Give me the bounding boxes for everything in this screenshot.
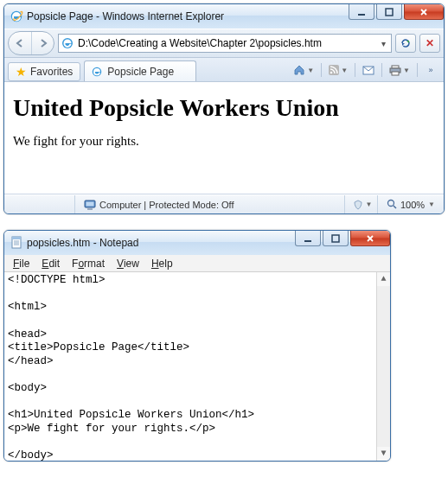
zoom-value: 100% <box>400 200 425 210</box>
read-mail-button[interactable] <box>359 61 378 79</box>
address-text: D:\Code\Creating a Website\Chapter 2\pop… <box>78 37 374 49</box>
forward-button[interactable] <box>31 32 54 54</box>
ie-toolbar: ▼ ▼ ▼ » <box>290 61 440 81</box>
print-button[interactable]: ▼ <box>386 61 413 79</box>
star-icon: ★ <box>16 65 27 79</box>
address-dropdown-icon[interactable]: ▾ <box>377 39 389 48</box>
notepad-menubar: File Edit Format View Help <box>4 255 390 272</box>
notepad-window: popsicles.htm - Notepad File Edit Format… <box>3 230 391 462</box>
home-button[interactable]: ▼ <box>290 61 317 79</box>
menu-file[interactable]: File <box>8 257 35 271</box>
chevron-right-icon: » <box>428 66 432 74</box>
ie-status-bar: Computer | Protected Mode: Off ▼ 100% ▼ <box>4 194 444 213</box>
scroll-down-icon[interactable]: ▼ <box>377 447 390 461</box>
page-paragraph: We fight for your rights. <box>13 134 435 149</box>
svg-rect-17 <box>12 237 21 239</box>
nav-back-forward-group <box>8 31 54 55</box>
notepad-window-title: popsicles.htm - Notepad <box>27 237 293 249</box>
minimize-button[interactable] <box>349 4 374 20</box>
status-left-pane <box>8 195 75 213</box>
close-button[interactable] <box>404 4 444 20</box>
tab-popsicle-page[interactable]: Popsicle Page <box>84 60 196 81</box>
page-icon <box>61 36 74 50</box>
feeds-button[interactable]: ▼ <box>325 61 351 79</box>
svg-point-14 <box>387 200 394 206</box>
refresh-button[interactable] <box>395 34 416 53</box>
ie-window-controls <box>347 4 444 29</box>
chevron-down-icon: ▼ <box>428 201 435 208</box>
page-heading: United Popsicle Workers Union <box>13 94 435 122</box>
svg-point-6 <box>330 72 333 74</box>
status-zone-text: Computer | Protected Mode: Off <box>99 200 234 210</box>
ie-nav-bar: D:\Code\Creating a Website\Chapter 2\pop… <box>4 29 444 58</box>
chevron-down-icon: ▼ <box>403 67 410 74</box>
svg-rect-22 <box>332 235 339 242</box>
back-button[interactable] <box>9 32 31 54</box>
separator <box>355 63 355 77</box>
ie-window-title: Popsicle Page - Windows Internet Explore… <box>27 10 347 22</box>
chevron-down-icon: ▼ <box>341 67 348 74</box>
svg-rect-13 <box>87 208 93 210</box>
ie-window: Popsicle Page - Windows Internet Explore… <box>3 3 445 214</box>
chevron-down-icon: ▼ <box>365 201 372 208</box>
svg-rect-21 <box>304 240 311 242</box>
ie-page-content: United Popsicle Workers Union We fight f… <box>4 82 444 194</box>
stop-button[interactable]: ✕ <box>419 34 440 53</box>
svg-rect-1 <box>358 14 365 16</box>
toolbar-more-button[interactable]: » <box>421 61 440 79</box>
notepad-text-area[interactable]: <!DOCTYPE html> <html> <head> <title>Pop… <box>4 272 390 461</box>
separator <box>417 63 418 77</box>
favorites-label: Favorites <box>30 66 73 78</box>
status-zoom[interactable]: 100% ▼ <box>381 199 440 211</box>
address-bar[interactable]: D:\Code\Creating a Website\Chapter 2\pop… <box>58 34 392 53</box>
notepad-titlebar[interactable]: popsicles.htm - Notepad <box>4 231 390 255</box>
notepad-content: <!DOCTYPE html> <html> <head> <title>Pop… <box>8 274 254 461</box>
ie-titlebar[interactable]: Popsicle Page - Windows Internet Explore… <box>4 4 444 29</box>
tab-icon <box>90 65 104 79</box>
status-security-dropdown[interactable]: ▼ <box>349 195 378 213</box>
notepad-window-controls <box>293 231 390 255</box>
maximize-button[interactable] <box>376 4 402 20</box>
scroll-up-icon[interactable]: ▲ <box>377 272 390 286</box>
favorites-button[interactable]: ★ Favorites <box>8 62 80 81</box>
menu-format[interactable]: Format <box>67 257 110 271</box>
chevron-down-icon: ▼ <box>307 67 314 74</box>
menu-edit[interactable]: Edit <box>36 257 65 271</box>
svg-rect-10 <box>392 72 399 75</box>
zoom-icon <box>387 199 397 211</box>
close-button[interactable] <box>350 231 390 246</box>
separator <box>381 63 382 77</box>
status-security-zone[interactable]: Computer | Protected Mode: Off <box>79 195 345 213</box>
separator <box>321 63 322 77</box>
svg-rect-12 <box>86 201 94 206</box>
minimize-button[interactable] <box>295 231 321 246</box>
maximize-button[interactable] <box>323 231 349 246</box>
scrollbar[interactable]: ▲▼ <box>376 272 390 461</box>
menu-view[interactable]: View <box>112 257 144 271</box>
ie-tab-bar: ★ Favorites Popsicle Page ▼ ▼ <box>4 58 444 82</box>
svg-line-15 <box>394 206 396 208</box>
computer-icon <box>84 199 96 211</box>
menu-help[interactable]: Help <box>146 257 178 271</box>
notepad-app-icon <box>10 236 23 250</box>
shield-icon <box>353 200 363 210</box>
ie-app-icon <box>10 10 23 23</box>
svg-rect-2 <box>386 9 393 16</box>
tab-label: Popsicle Page <box>107 66 174 78</box>
